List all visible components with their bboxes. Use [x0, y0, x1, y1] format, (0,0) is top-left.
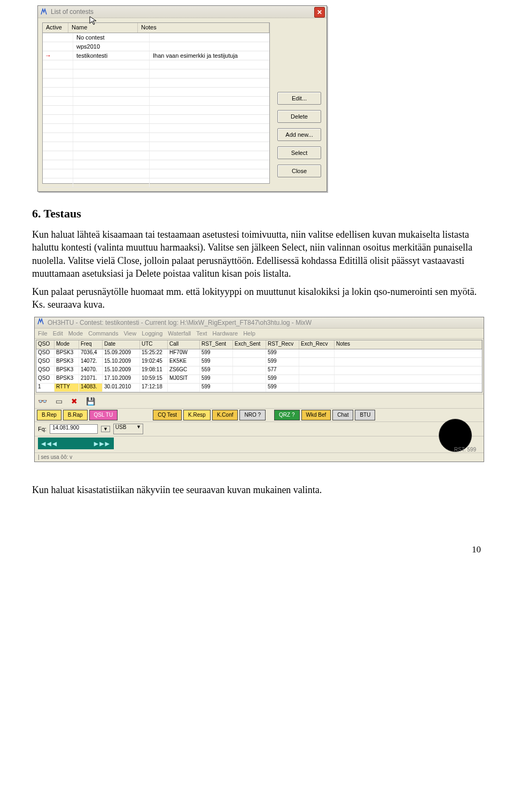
dropdown-icon[interactable]: ▼ — [101, 426, 110, 432]
macro-k-conf[interactable]: K.Conf — [212, 410, 238, 420]
table-row[interactable]: wps2010 — [43, 42, 269, 51]
mode-select[interactable]: USB ▼ — [113, 424, 143, 434]
macro-bar: B.RepB.RapQSL TUCQ TestK.RespK.ConfNRO ?… — [35, 409, 484, 422]
log-cell: QSO — [36, 349, 55, 357]
macro-nro-[interactable]: NRO ? — [239, 410, 266, 420]
status-bar: | ses usa ôô: v — [35, 452, 484, 462]
menu-waterfall[interactable]: Waterfall — [168, 330, 191, 337]
tape-control[interactable]: ◀◀◀ ▶▶▶ — [38, 438, 114, 449]
toolbar: 👓 ▭ ✖ 💾 — [35, 394, 484, 409]
macro-wkd-bef[interactable]: Wkd Bef — [301, 410, 331, 420]
log-row[interactable]: QSOBPSK37036,415.09.200915:25:22HF70W599… — [36, 349, 482, 358]
table-row-empty[interactable] — [43, 88, 269, 97]
table-row-empty[interactable] — [43, 69, 269, 79]
table-row-empty[interactable] — [43, 79, 269, 88]
log-cell: 14070. — [79, 366, 103, 374]
cell-name: testikontesti — [73, 51, 150, 60]
table-row[interactable]: No contest — [43, 33, 269, 42]
logcol-rst_sent[interactable]: RST_Sent — [200, 340, 233, 349]
logcol-freq[interactable]: Freq — [79, 340, 103, 349]
macro-btu[interactable]: BTU — [355, 410, 375, 420]
table-row-empty[interactable] — [43, 142, 269, 151]
macro-qsl-tu[interactable]: QSL TU — [89, 410, 118, 420]
cell-notes: Ihan vaan esimerkki ja testijutuja — [150, 51, 269, 60]
log-cell: QSO — [36, 375, 55, 383]
table-row-empty[interactable] — [43, 60, 269, 69]
log-cell: 599 — [266, 384, 299, 392]
rewind-icon[interactable]: ◀◀◀ — [41, 439, 58, 448]
app-icon — [37, 318, 44, 327]
logcol-exch_recv[interactable]: Exch_Recv — [299, 340, 335, 349]
forward-icon[interactable]: ▶▶▶ — [94, 439, 111, 448]
table-row[interactable]: →testikontestiIhan vaan esimerkki ja tes… — [43, 51, 269, 60]
page-number: 10 — [32, 544, 481, 555]
edit-button[interactable]: Edit... — [277, 92, 321, 105]
menu-text[interactable]: Text — [196, 330, 207, 337]
save-icon[interactable]: 💾 — [86, 397, 95, 405]
log-row[interactable]: 1RTTY14083.30.01.201017:12:18599599 — [36, 384, 482, 392]
delete-button[interactable]: Delete — [277, 110, 321, 123]
log-cell — [335, 366, 482, 374]
logcol-date[interactable]: Date — [103, 340, 140, 349]
table-row-empty[interactable] — [43, 160, 269, 169]
log-cell: 599 — [200, 358, 233, 366]
logcol-exch_sent[interactable]: Exch_Sent — [233, 340, 266, 349]
table-row-empty[interactable] — [43, 151, 269, 160]
table-row-empty[interactable] — [43, 178, 269, 188]
macro-b-rep[interactable]: B.Rep — [37, 410, 61, 420]
col-active[interactable]: Active — [43, 23, 68, 33]
log-row[interactable]: QSOBPSK314070.15.10.200919:08:11ZS6GC559… — [36, 366, 482, 375]
logcol-qso[interactable]: QSO — [36, 340, 55, 349]
logcol-mode[interactable]: Mode — [55, 340, 79, 349]
cell-notes — [150, 33, 269, 42]
log-cell: ZS6GC — [168, 366, 200, 374]
table-row-empty[interactable] — [43, 106, 269, 115]
log-grid[interactable]: QSOModeFreqDateUTCCallRST_SentExch_SentR… — [36, 340, 483, 393]
freq-input[interactable]: 14.081.900 — [50, 424, 98, 434]
macro-chat[interactable]: Chat — [332, 410, 353, 420]
log-cell: QSO — [36, 358, 55, 366]
table-row-empty[interactable] — [43, 169, 269, 178]
log-row[interactable]: QSOBPSK314072.15.10.200919:02:45EK5KE599… — [36, 358, 482, 366]
log-header: QSOModeFreqDateUTCCallRST_SentExch_SentR… — [36, 340, 482, 349]
menu-view[interactable]: View — [123, 330, 136, 337]
section-heading: 6. Testaus — [32, 207, 481, 221]
macro-qrz-[interactable]: QRZ ? — [274, 410, 299, 420]
table-row-empty[interactable] — [43, 133, 269, 142]
macro-cq-test[interactable]: CQ Test — [153, 410, 182, 420]
menu-file[interactable]: File — [38, 330, 48, 337]
logcol-call[interactable]: Call — [168, 340, 200, 349]
card-icon[interactable]: ▭ — [56, 397, 63, 405]
contests-grid[interactable]: Active Name Notes No contestwps2010→test… — [42, 22, 270, 184]
menu-hardware[interactable]: Hardware — [212, 330, 238, 337]
logcol-notes[interactable]: Notes — [335, 340, 482, 349]
close-icon[interactable]: ✕ — [314, 7, 325, 18]
col-notes[interactable]: Notes — [138, 23, 269, 33]
log-cell: HF70W — [168, 349, 200, 357]
menu-help[interactable]: Help — [243, 330, 255, 337]
macro-k-resp[interactable]: K.Resp — [183, 410, 211, 420]
logcol-utc[interactable]: UTC — [140, 340, 168, 349]
add-new-button[interactable]: Add new... — [277, 128, 321, 141]
logcol-rst_recv[interactable]: RST_Recv — [266, 340, 299, 349]
delete-x-icon[interactable]: ✖ — [71, 397, 77, 405]
log-cell: 17.10.2009 — [103, 375, 140, 383]
table-row-empty[interactable] — [43, 97, 269, 106]
menu-logging[interactable]: Logging — [142, 330, 162, 337]
menu-edit[interactable]: Edit — [53, 330, 63, 337]
log-row[interactable]: QSOBPSK321071.17.10.200910:59:15MJ0SIT59… — [36, 375, 482, 384]
select-button[interactable]: Select — [277, 146, 321, 159]
menu-commands[interactable]: Commands — [88, 330, 118, 337]
table-row-empty[interactable] — [43, 115, 269, 124]
col-name[interactable]: Name — [68, 23, 138, 33]
table-row-empty[interactable] — [43, 124, 269, 133]
log-cell: 7036,4 — [79, 349, 103, 357]
close-button[interactable]: Close — [277, 165, 321, 177]
log-cell: 30.01.2010 — [103, 384, 140, 392]
log-cell: 577 — [266, 366, 299, 374]
glasses-icon[interactable]: 👓 — [38, 397, 47, 405]
active-arrow-icon: → — [45, 52, 51, 59]
log-cell: 17:12:18 — [140, 384, 168, 392]
macro-b-rap[interactable]: B.Rap — [63, 410, 88, 420]
menu-mode[interactable]: Mode — [68, 330, 83, 337]
